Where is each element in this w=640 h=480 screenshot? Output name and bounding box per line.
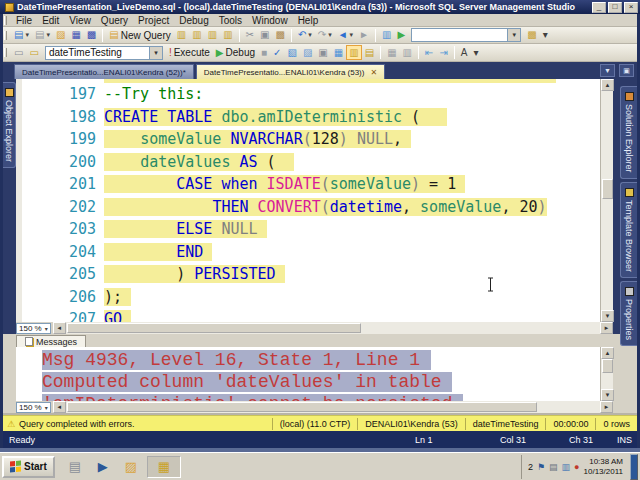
- parse-icon[interactable]: ✓: [270, 45, 284, 60]
- menu-project[interactable]: Project: [133, 15, 174, 26]
- folder-shortcut[interactable]: ▨: [119, 456, 143, 478]
- flag-icon[interactable]: ⚑: [537, 462, 545, 472]
- include-actual-plan-icon[interactable]: ▦: [331, 45, 346, 60]
- undo-icon[interactable]: ↶▾: [295, 28, 315, 43]
- menu-debug[interactable]: Debug: [174, 15, 213, 26]
- analysis-services-mdx-query-icon[interactable]: ▥: [189, 28, 204, 43]
- doc-tab-2[interactable]: DateTimePresentatio...ENALI01\Kendra (53…: [196, 64, 385, 79]
- scroll-right-icon[interactable]: ►: [600, 322, 613, 334]
- volume-icon[interactable]: ●: [574, 462, 579, 472]
- menu-query[interactable]: Query: [96, 15, 133, 26]
- scroll-up-icon[interactable]: ▲: [601, 347, 614, 359]
- new-query-button[interactable]: ▤New Query: [106, 28, 173, 43]
- messages-vertical-scrollbar[interactable]: ▲ ▼: [600, 347, 613, 401]
- available-databases-combo[interactable]: dateTimeTesting▾: [45, 46, 163, 60]
- start-button[interactable]: Start: [2, 456, 55, 478]
- open-file-icon[interactable]: ▨: [53, 28, 68, 43]
- overflow-chevron-icon[interactable]: ▾: [471, 45, 482, 60]
- document-icon[interactable]: ▤: [549, 462, 558, 472]
- execute-button[interactable]: !Execute: [166, 45, 213, 60]
- chevron-down-icon[interactable]: ▾: [149, 47, 162, 59]
- code-segment: NULL: [357, 130, 393, 148]
- editor-scroll-thumb[interactable]: [602, 179, 613, 199]
- navigate-backward-icon[interactable]: ◄▾: [335, 28, 356, 43]
- start-debugging-icon[interactable]: ▶: [394, 28, 408, 43]
- powershell-shortcut[interactable]: ▶: [91, 456, 115, 478]
- menu-file[interactable]: File: [11, 15, 37, 26]
- line-number: 197: [22, 83, 104, 106]
- specify-template-parameters-icon[interactable]: ▣: [315, 45, 330, 60]
- paste-icon[interactable]: ▩: [272, 28, 287, 43]
- doc-tab-1[interactable]: DateTimePresentatio...ENALI01\Kendra (52…: [14, 64, 194, 79]
- display-estimated-plan-icon[interactable]: ▧: [284, 45, 299, 60]
- save-icon[interactable]: ▦: [68, 28, 83, 43]
- menu-tools[interactable]: Tools: [214, 15, 247, 26]
- float-window-icon[interactable]: ▣: [619, 64, 634, 77]
- scroll-up-icon[interactable]: ▲: [601, 79, 614, 91]
- sql-code-editor[interactable]: 197198199200201202203204205206207 --Try …: [16, 79, 600, 322]
- connect-icon[interactable]: ▭: [11, 45, 26, 60]
- save-all-icon[interactable]: ▩: [84, 28, 99, 43]
- new-file-icon[interactable]: ▤▾: [11, 28, 32, 43]
- side-tab-object-explorer[interactable]: Object Explorer: [3, 82, 16, 168]
- query-designer-icon[interactable]: ▨: [300, 45, 315, 60]
- side-tab-solution-explorer[interactable]: Solution Explorer: [620, 86, 637, 179]
- network-icon[interactable]: ▥: [562, 462, 571, 472]
- change-connection-icon[interactable]: ▭: [26, 45, 41, 60]
- chevron-down-icon[interactable]: ▾: [507, 29, 520, 41]
- editor-vertical-scrollbar[interactable]: ▲ ▼: [600, 79, 613, 322]
- messages-scroll-thumb[interactable]: [602, 359, 613, 373]
- help-icon[interactable]: ▩: [524, 28, 539, 43]
- tab-list-dropdown-icon[interactable]: ▼: [600, 64, 615, 77]
- editor-zoom-control[interactable]: 150 % ▾: [16, 323, 51, 334]
- cut-icon[interactable]: ✂: [243, 28, 257, 43]
- editor-hscroll-thumb[interactable]: [67, 323, 361, 333]
- side-tab-properties[interactable]: Properties: [620, 281, 637, 346]
- sqlcmd-mode-icon[interactable]: A: [458, 45, 471, 60]
- increase-indent-icon[interactable]: ⇥: [436, 45, 450, 60]
- scroll-right-icon[interactable]: ►: [600, 401, 613, 413]
- include-client-statistics-icon[interactable]: ▥: [346, 45, 361, 60]
- results-to-grid-icon[interactable]: ▦: [384, 45, 399, 60]
- scroll-left-icon[interactable]: ◄: [53, 401, 66, 413]
- debug-button[interactable]: ▶Debug: [213, 45, 258, 60]
- redo-icon[interactable]: ↷▾: [315, 28, 335, 43]
- decrease-indent-icon[interactable]: ⇤: [422, 45, 436, 60]
- navigate-forward-icon[interactable]: ►: [356, 28, 372, 43]
- messages-hscroll-thumb[interactable]: [67, 402, 537, 412]
- show-desktop-icon[interactable]: [630, 454, 638, 480]
- stop-icon[interactable]: ■: [258, 45, 270, 60]
- editor-hscroll-track[interactable]: [66, 322, 600, 334]
- new-project-icon[interactable]: ▤▾: [32, 28, 53, 43]
- printer-shortcut[interactable]: ▤: [63, 456, 87, 478]
- close-icon[interactable]: ✕: [370, 68, 377, 77]
- ssms-taskbar-button[interactable]: ▦: [147, 456, 181, 478]
- scroll-left-icon[interactable]: ◄: [53, 322, 66, 334]
- results-to-file-icon[interactable]: ▥: [400, 45, 415, 60]
- menu-window[interactable]: Window: [247, 15, 293, 26]
- copy-icon[interactable]: ▣: [257, 28, 272, 43]
- scroll-down-icon[interactable]: ▼: [601, 310, 614, 322]
- messages-pane[interactable]: Msg 4936, Level 16, State 1, Line 1 Comp…: [16, 347, 600, 401]
- database-engine-query-icon[interactable]: ▥: [174, 28, 189, 43]
- search-combo[interactable]: ▾: [411, 28, 521, 42]
- scroll-down-icon[interactable]: ▼: [601, 389, 614, 401]
- close-button[interactable]: ×: [624, 2, 638, 13]
- restore-button[interactable]: □: [608, 2, 622, 13]
- messages-hscroll-track[interactable]: [66, 401, 600, 413]
- analysis-services-dmx-query-icon[interactable]: ▥: [205, 28, 220, 43]
- minimize-button[interactable]: _: [592, 2, 606, 13]
- side-tab-template-browser[interactable]: Template Browser: [620, 182, 637, 278]
- results-to-text-icon[interactable]: ▤: [362, 45, 377, 60]
- tab-messages[interactable]: Messages: [16, 335, 86, 347]
- code-segment: 20: [519, 198, 537, 216]
- menu-edit[interactable]: Edit: [37, 15, 64, 26]
- trailing-space: [456, 175, 465, 193]
- messages-zoom-control[interactable]: 150 % ▾: [16, 402, 51, 413]
- activity-monitor-icon[interactable]: ▥: [379, 28, 394, 43]
- menu-help[interactable]: Help: [293, 15, 324, 26]
- toolbar-options-icon[interactable]: ▾: [540, 28, 551, 43]
- menu-view[interactable]: View: [64, 15, 96, 26]
- code-line-text: someValue NVARCHAR(128) NULL,: [104, 130, 411, 148]
- analysis-services-xmla-query-icon[interactable]: ▥: [220, 28, 235, 43]
